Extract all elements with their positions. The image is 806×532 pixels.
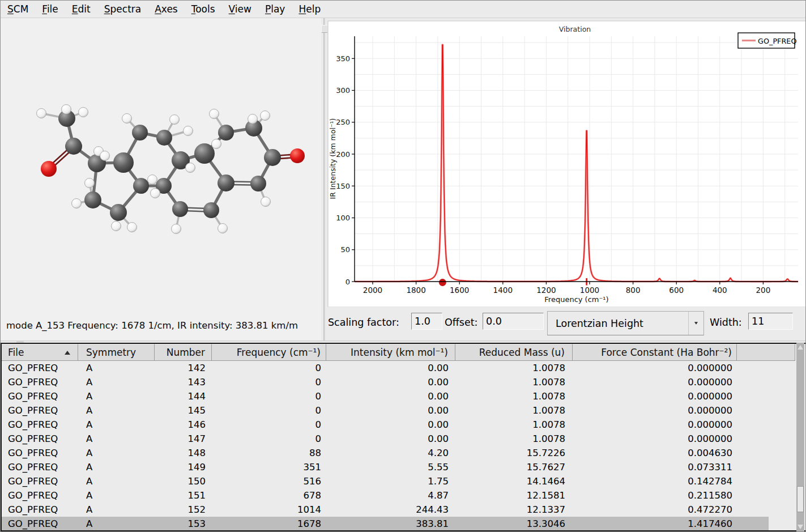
cell: A [78,389,155,403]
table-row[interactable]: GO_PFREQA1493515.5515.76270.073311 [2,460,769,474]
hydrogen-atom[interactable] [170,115,180,125]
hydrogen-atom[interactable] [79,108,88,117]
column-header-force[interactable]: Force Constant (Ha Bohr⁻²) [573,344,737,361]
svg-text:150: 150 [336,182,350,190]
cell: GO_PFREQ [2,361,78,375]
menu-play[interactable]: Play [258,2,292,17]
hydrogen-atom[interactable] [112,222,121,231]
carbon-atom[interactable] [156,130,172,146]
svg-text:400: 400 [713,286,727,295]
hydrogen-atom[interactable] [261,197,271,207]
cell: GO_PFREQ [2,474,78,488]
molecule-viewer-panel[interactable]: mode A_153 Frequency: 1678 1/cm, IR inte… [1,18,321,341]
hydrogen-atom[interactable] [212,139,221,149]
scaling-factor-input[interactable] [411,313,442,330]
cell: 153 [155,517,212,530]
cell: GO_PFREQ [2,460,78,474]
table-row[interactable]: GO_PFREQA148884.2015.72260.004630 [2,446,769,460]
hydrogen-atom[interactable] [248,114,258,124]
table-row[interactable]: GO_PFREQA14600.001.00780.000000 [2,418,769,432]
table-row[interactable]: GO_PFREQA1521014244.4312.13370.472270 [2,503,769,517]
table-scrollbar[interactable] [796,343,804,531]
table-row[interactable]: GO_PFREQA1505161.7514.14640.142784 [2,474,769,488]
carbon-atom[interactable] [264,149,281,166]
hydrogen-atom[interactable] [210,109,219,119]
carbon-atom[interactable] [113,152,134,173]
table-row[interactable]: GO_PFREQA14400.001.00780.000000 [2,389,769,403]
hydrogen-atom[interactable] [186,163,195,173]
cell: 0 [212,389,326,403]
cell: 152 [155,503,212,517]
svg-text:0: 0 [346,278,350,286]
cell: GO_PFREQ [2,403,78,418]
hydrogen-atom[interactable] [85,178,95,188]
carbon-atom[interactable] [203,202,219,218]
hydrogen-atom[interactable] [151,189,160,198]
carbon-atom[interactable] [172,201,188,217]
hydrogen-atom[interactable] [184,126,193,136]
hydrogen-atom[interactable] [148,175,157,185]
menu-tools[interactable]: Tools [185,2,222,17]
cell: A [78,403,155,418]
column-header-reduced[interactable]: Reduced Mass (u) [455,344,573,361]
scroll-up-button[interactable] [796,343,804,352]
width-input[interactable] [748,313,793,330]
column-header-symmetry[interactable]: Symmetry [78,344,155,361]
menu-file[interactable]: File [35,2,65,17]
hydrogen-atom[interactable] [72,199,82,208]
column-header-intensity[interactable]: Intensity (km mol⁻¹) [326,344,455,361]
dropdown-arrow-zone[interactable] [688,312,703,335]
carbon-atom[interactable] [218,175,234,191]
menu-axes[interactable]: Axes [148,2,185,17]
table-row[interactable]: GO_PFREQA14700.001.00780.000000 [2,432,769,446]
vertical-splitter[interactable] [321,18,327,341]
cell: A [78,432,155,446]
oxygen-atom[interactable] [290,148,305,163]
menu-edit[interactable]: Edit [65,2,97,17]
scroll-down-button[interactable] [796,522,804,531]
column-header-frequency[interactable]: Frequency (cm⁻¹) [212,344,326,361]
carbon-atom[interactable] [218,125,234,141]
carbon-atom[interactable] [194,143,215,164]
cell: 1.417460 [573,517,737,530]
hydrogen-atom[interactable] [172,224,181,234]
menu-scm[interactable]: SCM [1,2,35,17]
chart-legend: GO_PFREQ [738,33,797,48]
hydrogen-atom[interactable] [218,224,228,233]
cell: 0.004630 [573,446,737,460]
menu-spectra[interactable]: Spectra [97,2,148,17]
table-row[interactable]: GO_PFREQA14200.001.00780.000000 [2,361,769,375]
column-header-number[interactable]: Number [155,344,212,361]
carbon-atom[interactable] [250,176,266,191]
ir-spectrum-chart[interactable]: 0501001502002503003502000180016001400120… [327,18,806,307]
table-row[interactable]: GO_PFREQA14300.001.00780.000000 [2,375,769,389]
lineshape-dropdown[interactable]: Lorentzian Height [547,311,704,335]
menu-help[interactable]: Help [292,2,327,17]
carbon-atom[interactable] [65,138,82,155]
carbon-atom[interactable] [132,125,148,141]
scrollbar-thumb[interactable] [797,486,804,512]
hydrogen-atom[interactable] [62,105,71,114]
carbon-atom[interactable] [110,204,127,221]
splitter-groove [323,18,325,341]
column-header-file[interactable]: File [2,344,78,361]
table-row[interactable]: GO_PFREQA1531678383.8113.30461.417460 [2,517,769,530]
hydrogen-atom[interactable] [127,223,137,232]
hydrogen-atom[interactable] [261,111,270,121]
hydrogen-atom[interactable] [37,109,46,118]
menu-view[interactable]: View [222,2,258,17]
cell: 383.81 [326,517,455,530]
hydrogen-atom[interactable] [122,114,132,124]
molecule-3d-view[interactable] [1,18,321,317]
offset-input[interactable] [483,313,544,330]
oxygen-atom[interactable] [41,161,57,177]
carbon-atom[interactable] [84,191,101,208]
carbon-atom[interactable] [133,178,149,194]
hydrogen-atom[interactable] [100,151,110,161]
scaling-factor-label: Scaling factor: [328,317,399,328]
cell: 12.1581 [455,488,573,503]
table-row[interactable]: GO_PFREQA1516784.8712.15810.211580 [2,488,769,503]
cell: 0.00 [326,361,455,375]
table-row[interactable]: GO_PFREQA14500.001.00780.000000 [2,403,769,418]
selected-mode-marker[interactable] [439,279,446,286]
